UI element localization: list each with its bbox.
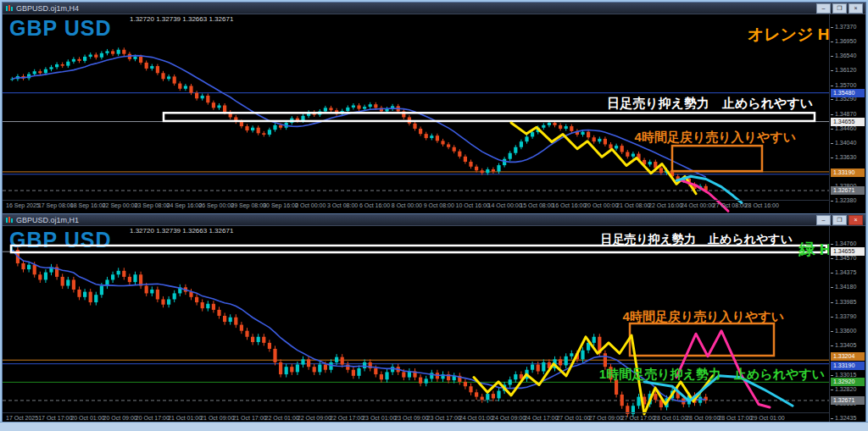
daily-resistance-note: 日足売り抑え勢力 止められやすい bbox=[600, 232, 793, 246]
minimize-button[interactable]: – bbox=[816, 3, 831, 14]
time-tick: 6 Oct 16:00 bbox=[359, 202, 390, 208]
time-tick: 28 Oct 01:00 bbox=[654, 415, 687, 421]
time-tick: 22 Oct 01:00 bbox=[265, 415, 299, 421]
time-tick: 3 Oct 08:00 bbox=[327, 202, 358, 208]
price-level-badge: 1.32671 bbox=[831, 186, 865, 195]
price-tick: 1.34870 bbox=[835, 111, 856, 117]
price-tick: 1.33790 bbox=[835, 313, 856, 319]
time-tick: 24 Oct 09:00 bbox=[492, 415, 526, 421]
price-level-badge: 1.34655 bbox=[831, 118, 865, 126]
window-title: GBPUSD.oj1m,H4 bbox=[16, 4, 79, 13]
chart-icon bbox=[5, 4, 13, 12]
window-titlebar[interactable]: GBPUSD.oj1m,H1 – ❐ × bbox=[3, 214, 865, 226]
h4-sell-zone[interactable] bbox=[630, 323, 774, 356]
daily-resistance-zone[interactable] bbox=[11, 246, 826, 252]
window-titlebar[interactable]: GBPUSD.oj1m,H4 – ❐ × bbox=[3, 3, 865, 14]
time-tick: 24 Sep 16:00 bbox=[167, 202, 203, 208]
timeframe-label: オレンジ H4 bbox=[748, 25, 830, 43]
timeframe-label: 緑 H1 bbox=[798, 240, 830, 258]
restore-button[interactable]: ❐ bbox=[832, 215, 847, 225]
price-tick: 1.33405 bbox=[835, 342, 856, 348]
time-tick: 30 Sep 16:00 bbox=[263, 202, 298, 208]
ohlc-readout: 1.32720 1.32739 1.32663 1.32671 bbox=[130, 15, 233, 23]
price-tick: 1.36950 bbox=[835, 38, 856, 44]
time-tick: 22 Oct 16:00 bbox=[648, 202, 682, 208]
mt4-application: { "watermark": "GBP USD", "window_contro… bbox=[0, 0, 868, 431]
time-tick: 8 Oct 00:00 bbox=[392, 202, 422, 208]
time-tick: 22 Oct 09:00 bbox=[298, 415, 331, 421]
price-tick: 1.32820 bbox=[835, 386, 856, 392]
time-tick: 23 Oct 17:00 bbox=[427, 415, 461, 421]
price-plot-h4[interactable]: オレンジ H4日足売り抑え勢力 止められやすい4時間足戻り売り入りやすい bbox=[3, 14, 830, 213]
price-level-badge: 1.33190 bbox=[831, 362, 865, 370]
price-level-badge: 1.32671 bbox=[831, 396, 865, 405]
minimize-button[interactable]: – bbox=[816, 215, 831, 225]
time-tick: 17 Sep 08:00 bbox=[38, 202, 74, 208]
time-tick: 23 Oct 09:00 bbox=[394, 415, 428, 421]
daily-resistance-note: 日足売り抑え勢力 止められやすい bbox=[607, 96, 813, 111]
time-tick: 22 Sep 00:00 bbox=[103, 202, 138, 208]
window-bottom-edge bbox=[0, 422, 868, 431]
price-tick: 1.32380 bbox=[835, 197, 856, 203]
time-tick: 20 Oct 09:00 bbox=[103, 415, 137, 421]
price-tick: 1.34460 bbox=[835, 125, 856, 131]
price-tick: 1.33015 bbox=[835, 372, 856, 378]
chart-icon bbox=[5, 216, 13, 224]
price-level-badge: 1.33204 bbox=[831, 352, 865, 361]
chart-window-h4: GBPUSD.oj1m,H4 – ❐ × GBP USD 1.32720 1.3… bbox=[2, 2, 866, 213]
time-tick: 23 Oct 01:00 bbox=[362, 415, 396, 421]
time-axis-h4[interactable]: 16 Sep 202517 Sep 08:0018 Sep 16:0022 Se… bbox=[3, 200, 830, 213]
time-tick: 15 Oct 08:00 bbox=[520, 202, 554, 208]
h4-sell-note: 4時間足戻り売り入りやすい bbox=[635, 130, 796, 145]
price-axis-h1[interactable]: 1.347601.345701.343751.341801.339851.337… bbox=[829, 226, 865, 422]
close-button[interactable]: × bbox=[849, 215, 863, 225]
price-tick: 1.34375 bbox=[835, 269, 856, 275]
time-tick: 9 Oct 08:00 bbox=[424, 202, 454, 208]
time-axis-h1[interactable]: 17 Oct 202517 Oct 17:0020 Oct 01:0020 Oc… bbox=[3, 412, 830, 422]
restore-button[interactable]: ❐ bbox=[832, 3, 847, 14]
time-tick: 10 Oct 16:00 bbox=[456, 202, 490, 208]
chart-canvas-h4[interactable]: GBP USD 1.32720 1.32739 1.32663 1.32671 … bbox=[3, 14, 865, 213]
chart-window-h1: GBPUSD.oj1m,H1 – ❐ × GBP USD 1.32720 1.3… bbox=[2, 213, 866, 422]
price-tick: 1.33630 bbox=[835, 154, 856, 160]
time-tick: 28 Oct 09:00 bbox=[686, 415, 720, 421]
price-level-badge: 1.33190 bbox=[831, 169, 865, 177]
time-tick: 28 Oct 16:00 bbox=[745, 202, 779, 208]
ohlc-readout: 1.32720 1.32739 1.32663 1.32671 bbox=[130, 227, 233, 235]
moving-average-line bbox=[12, 56, 705, 177]
time-tick: 24 Oct 00:00 bbox=[681, 202, 715, 208]
time-tick: 21 Oct 09:00 bbox=[200, 415, 234, 421]
time-tick: 14 Oct 00:00 bbox=[488, 202, 522, 208]
time-tick: 27 Oct 08:00 bbox=[713, 202, 747, 208]
time-tick: 20 Oct 17:00 bbox=[136, 415, 170, 421]
price-level-badge: 1.35480 bbox=[831, 89, 865, 97]
time-tick: 16 Oct 16:00 bbox=[552, 202, 586, 208]
time-tick: 28 Oct 17:00 bbox=[718, 415, 752, 421]
time-tick: 2 Oct 00:00 bbox=[295, 202, 326, 208]
time-tick: 27 Oct 09:00 bbox=[589, 415, 623, 421]
time-tick: 20 Oct 01:00 bbox=[70, 415, 104, 421]
price-tick: 1.32435 bbox=[835, 415, 856, 421]
time-tick: 16 Sep 2025 bbox=[6, 202, 40, 208]
price-level-badge: 1.34655 bbox=[831, 247, 865, 256]
price-tick: 1.35700 bbox=[835, 82, 856, 88]
h1-resistance-note: 1時間足売り抑え勢力 止められやすい bbox=[599, 367, 825, 382]
time-tick: 27 Oct 01:00 bbox=[556, 415, 590, 421]
time-tick: 24 Oct 17:00 bbox=[524, 415, 558, 421]
time-tick: 23 Sep 08:00 bbox=[135, 202, 170, 208]
time-tick: 29 Oct 01:00 bbox=[751, 415, 785, 421]
mdi-workspace: GBPUSD.oj1m,H4 – ❐ × GBP USD 1.32720 1.3… bbox=[2, 2, 866, 422]
close-button[interactable]: × bbox=[849, 3, 863, 14]
price-plot-h1[interactable]: 日足売り抑え勢力 止められやすい緑 H14時間足戻り売り入りやすい1時間足売り抑… bbox=[3, 226, 830, 422]
time-tick: 22 Oct 17:00 bbox=[330, 415, 364, 421]
time-tick: 21 Oct 01:00 bbox=[168, 415, 202, 421]
price-tick: 1.36540 bbox=[835, 52, 856, 58]
chart-canvas-h1[interactable]: GBP USD 1.32720 1.32739 1.32663 1.32671 … bbox=[3, 226, 865, 422]
time-tick: 17 Oct 2025 bbox=[6, 415, 38, 421]
price-tick: 1.34760 bbox=[835, 240, 856, 246]
price-tick: 1.34040 bbox=[835, 140, 856, 146]
window-title: GBPUSD.oj1m,H1 bbox=[16, 216, 79, 224]
time-tick: 26 Sep 00:00 bbox=[198, 202, 234, 208]
price-axis-h4[interactable]: 1.373701.369501.365401.361201.357001.352… bbox=[829, 14, 865, 213]
time-tick: 20 Oct 00:00 bbox=[584, 202, 618, 208]
